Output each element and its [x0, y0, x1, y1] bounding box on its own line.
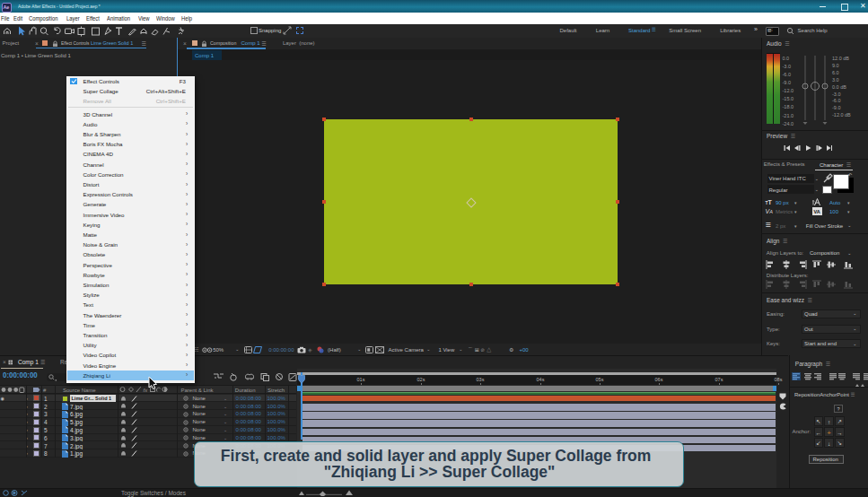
- svg-text:#: #: [43, 388, 47, 393]
